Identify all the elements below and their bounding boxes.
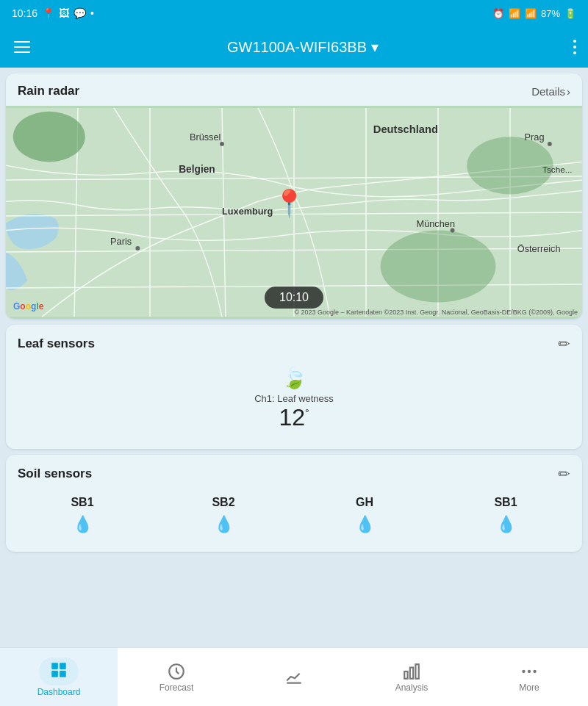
dashboard-icon	[49, 660, 68, 680]
svg-rect-31	[60, 671, 66, 677]
nav-dashboard[interactable]: Dashboard	[0, 648, 118, 706]
svg-text:Prag: Prag	[525, 132, 545, 143]
nav-more[interactable]: More	[470, 648, 588, 706]
svg-rect-28	[51, 663, 58, 669]
svg-text:München: München	[417, 218, 455, 229]
more-options-button[interactable]	[573, 40, 576, 54]
soil-sensors-header: Soil sensors ✏	[6, 455, 582, 490]
more-icon	[520, 662, 539, 681]
svg-point-21	[135, 246, 140, 251]
leaf-sensors-title: Leaf sensors	[18, 336, 95, 351]
soil-sensors-title: Soil sensors	[18, 467, 92, 481]
svg-point-12	[13, 112, 85, 162]
svg-text:Belgien: Belgien	[179, 164, 215, 175]
app-title: GW1100A-WIFI63BB	[227, 39, 367, 56]
svg-rect-34	[404, 671, 407, 679]
main-content: Rain radar Details ›	[0, 68, 588, 647]
rain-radar-header: Rain radar Details ›	[6, 73, 582, 106]
svg-point-16	[220, 142, 224, 146]
svg-rect-36	[415, 664, 418, 679]
dot-icon: •	[90, 7, 94, 19]
signal-icon: 📶	[525, 8, 537, 19]
svg-text:Deutschland: Deutschland	[373, 123, 438, 135]
svg-text:Tsche...: Tsche...	[542, 165, 573, 174]
svg-rect-35	[410, 667, 413, 678]
water-drop-icon-1: 💧	[73, 515, 93, 534]
svg-text:Luxemburg: Luxemburg	[222, 206, 273, 217]
analysis-icon	[402, 662, 421, 681]
whatsapp-icon: 💬	[74, 7, 86, 19]
nav-forecast[interactable]: Forecast	[118, 648, 235, 706]
svg-text:Brüssel: Brüssel	[190, 132, 220, 143]
status-right: ⏰ 📶 📶 87% 🔋	[492, 8, 576, 19]
rain-radar-map[interactable]: Brüssel Belgien Deutschland Luxemburg Pa…	[6, 106, 582, 319]
map-time-label: 10:10	[265, 287, 323, 309]
svg-point-14	[467, 137, 553, 194]
menu-button[interactable]	[12, 37, 32, 57]
svg-point-26	[451, 228, 455, 233]
alarm-icon: ⏰	[492, 8, 504, 19]
bottom-nav: Dashboard Forecast Analysis More	[0, 647, 588, 706]
map-copyright: © 2023 Google – Kartendaten ©2023 Inst. …	[294, 309, 578, 316]
water-drop-icon-4: 💧	[496, 515, 516, 534]
nav-more-label: More	[519, 682, 539, 693]
leaf-sensors-edit-button[interactable]: ✏	[558, 335, 570, 353]
leaf-sensors-card: Leaf sensors ✏ 🍃 Ch1: Leaf wetness 12°	[6, 325, 582, 449]
nav-chart[interactable]	[235, 648, 353, 706]
forecast-icon	[167, 662, 186, 681]
rain-radar-title: Rain radar	[18, 84, 79, 98]
soil-sensor-gh: GH 💧	[294, 490, 435, 540]
svg-point-13	[381, 231, 496, 303]
chevron-right-icon: ›	[567, 85, 570, 98]
gallery-icon: 🖼	[59, 7, 69, 19]
battery-icon: 🔋	[564, 8, 576, 19]
svg-point-24	[548, 142, 552, 146]
nav-analysis[interactable]: Analysis	[353, 648, 470, 706]
leaf-sensor-value: 12°	[279, 404, 309, 431]
wifi-icon: 📶	[509, 8, 520, 19]
soil-sensors-edit-button[interactable]: ✏	[558, 465, 570, 483]
nav-forecast-label: Forecast	[159, 682, 194, 693]
water-drop-icon-2: 💧	[214, 515, 234, 534]
leaf-sensors-header: Leaf sensors ✏	[6, 325, 582, 360]
soil-sensors-card: Soil sensors ✏ SB1 💧 SB2 💧 GH 💧 SB1 💧	[6, 455, 582, 552]
nav-dashboard-label: Dashboard	[37, 687, 81, 697]
svg-text:Paris: Paris	[110, 236, 132, 247]
leaf-icon: 🍃	[282, 366, 307, 390]
leaf-sensor-label: Ch1: Leaf wetness	[254, 393, 334, 404]
soil-sensors-grid: SB1 💧 SB2 💧 GH 💧 SB1 💧	[6, 490, 582, 540]
status-bar: 10:16 📍 🖼 💬 • ⏰ 📶 📶 87% 🔋	[0, 0, 588, 26]
status-time: 10:16	[12, 7, 37, 19]
svg-point-38	[528, 669, 531, 672]
soil-sensor-sb2: SB2 💧	[153, 490, 294, 540]
app-bar: GW1100A-WIFI63BB ▾	[0, 26, 588, 68]
details-button[interactable]: Details ›	[531, 85, 570, 98]
svg-point-39	[533, 669, 536, 672]
soil-sensor-sb1-1: SB1 💧	[12, 490, 153, 540]
water-drop-icon-3: 💧	[355, 515, 375, 534]
svg-text:Österreich: Österreich	[517, 243, 561, 254]
battery-text: 87%	[541, 8, 560, 19]
dropdown-icon: ▾	[371, 38, 379, 56]
app-title-container[interactable]: GW1100A-WIFI63BB ▾	[227, 38, 379, 56]
nav-dashboard-active-bg	[39, 658, 79, 685]
svg-point-37	[522, 669, 525, 672]
soil-sensor-sb1-2: SB1 💧	[435, 490, 576, 540]
google-logo: Google	[13, 301, 43, 311]
location-icon: 📍	[42, 7, 54, 19]
svg-rect-29	[60, 663, 66, 669]
chart-icon	[284, 667, 304, 686]
map-location-pin: 📍	[273, 190, 306, 217]
svg-rect-30	[51, 671, 58, 677]
rain-radar-card: Rain radar Details ›	[6, 73, 582, 319]
nav-analysis-label: Analysis	[395, 682, 429, 693]
leaf-sensor-ch1: 🍃 Ch1: Leaf wetness 12°	[6, 360, 582, 437]
status-left: 10:16 📍 🖼 💬 •	[12, 7, 94, 19]
